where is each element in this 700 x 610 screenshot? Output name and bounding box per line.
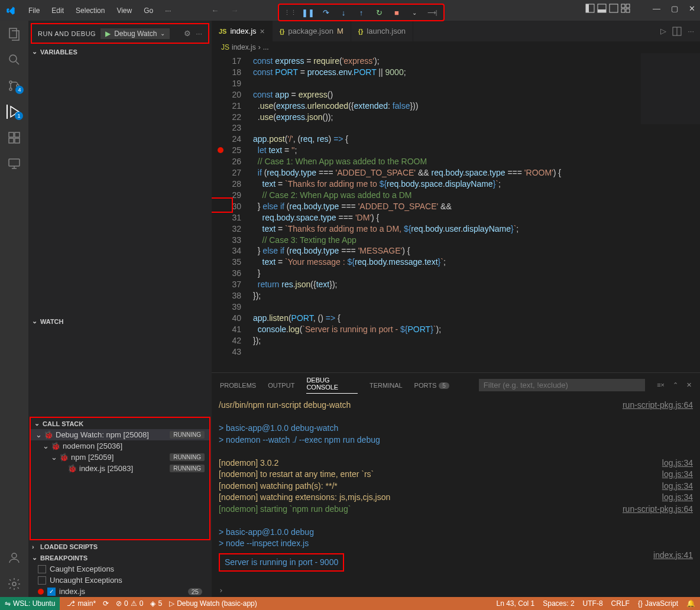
- play-icon: ▶: [105, 30, 111, 38]
- minimize-icon[interactable]: —: [653, 4, 660, 13]
- search-icon[interactable]: [7, 53, 21, 67]
- caught-exceptions-row[interactable]: Caught Exceptions: [28, 563, 212, 575]
- debug-console-output[interactable]: /usr/bin/npm run-script debug-watchrun-s…: [212, 397, 700, 583]
- menu-selection[interactable]: Selection: [71, 4, 109, 17]
- loaded-scripts-section[interactable]: ›LOADED SCRIPTS: [28, 541, 212, 552]
- menu-edit[interactable]: Edit: [47, 4, 69, 17]
- accounts-icon[interactable]: [7, 551, 21, 565]
- menu-view[interactable]: View: [112, 4, 137, 17]
- encoding-status[interactable]: UTF-8: [583, 599, 603, 608]
- language-status[interactable]: {} JavaScript: [638, 599, 678, 608]
- line-number: 30: [229, 201, 253, 212]
- eol-status[interactable]: CRLF: [611, 599, 630, 608]
- run-debug-icon[interactable]: 1: [7, 105, 21, 119]
- step-over-icon[interactable]: ↷: [320, 7, 331, 18]
- editor-tab[interactable]: JSindex.js×: [212, 21, 273, 41]
- stop-icon[interactable]: ■: [391, 7, 402, 18]
- callstack-row[interactable]: 🐞index.js [25083]RUNNING: [31, 463, 209, 474]
- nav-fwd-icon[interactable]: →: [231, 6, 238, 15]
- nav-back-icon[interactable]: ←: [211, 6, 219, 15]
- callstack-row[interactable]: ⌄🐞Debug Watch: npm [25008]RUNNING: [31, 429, 209, 440]
- code-line: .use(express.urlencoded({extended: false…: [253, 100, 700, 112]
- collapse-icon[interactable]: ⌃: [673, 381, 678, 389]
- console-source-link[interactable]: log.js:34: [662, 481, 693, 492]
- debug-config-dropdown[interactable]: ▶ Debug Watch ⌄: [101, 28, 170, 39]
- remote-indicator[interactable]: ⇋WSL: Ubuntu: [0, 597, 60, 610]
- console-source-link[interactable]: run-script-pkg.js:64: [623, 504, 693, 515]
- tab-problems[interactable]: PROBLEMS: [220, 382, 256, 389]
- pause-icon[interactable]: ❚❚: [303, 7, 313, 18]
- split-icon[interactable]: [672, 27, 682, 36]
- variables-section[interactable]: ⌄VARIABLES: [28, 46, 212, 57]
- gear-icon[interactable]: ⚙: [184, 29, 191, 38]
- watch-section[interactable]: ⌄WATCH: [28, 316, 212, 327]
- step-out-icon[interactable]: ↑: [356, 7, 367, 18]
- restart-icon[interactable]: ↻: [374, 7, 384, 18]
- indent-status[interactable]: Spaces: 2: [543, 599, 574, 608]
- checkbox-icon[interactable]: [38, 565, 46, 573]
- cursor-position[interactable]: Ln 43, Col 1: [497, 599, 535, 608]
- uncaught-exceptions-row[interactable]: Uncaught Exceptions: [28, 575, 212, 586]
- tab-terminal[interactable]: TERMINAL: [370, 382, 403, 389]
- menu-more-icon[interactable]: ···: [160, 4, 176, 17]
- checkbox-checked-icon[interactable]: ✓: [47, 588, 56, 596]
- close-tab-icon[interactable]: ×: [260, 27, 265, 36]
- debug-dropdown-icon[interactable]: ⌄: [409, 7, 420, 18]
- console-source-link[interactable]: log.js:34: [662, 469, 693, 481]
- debug-more-icon[interactable]: ⟶|: [427, 7, 438, 18]
- more-icon[interactable]: ···: [196, 29, 202, 38]
- clear-icon[interactable]: ≡×: [657, 381, 665, 389]
- code-editor[interactable]: 17const express = require('express');18c…: [212, 53, 700, 372]
- breakpoint-dot-icon[interactable]: [218, 147, 223, 153]
- callstack-row[interactable]: ⌄🐞nodemon [25036]: [31, 440, 209, 452]
- debug-status[interactable]: ▷Debug Watch (basic-app): [169, 599, 257, 608]
- console-source-link[interactable]: log.js:34: [662, 458, 693, 469]
- step-into-icon[interactable]: ↓: [338, 7, 349, 18]
- tab-ports[interactable]: PORTS5: [414, 382, 449, 389]
- layout-customize-icon[interactable]: [585, 4, 595, 13]
- explorer-icon[interactable]: [7, 27, 21, 41]
- menu-go[interactable]: Go: [139, 4, 158, 17]
- console-source-link[interactable]: index.js:41: [653, 550, 693, 572]
- run-icon[interactable]: ▷: [660, 27, 666, 35]
- checkbox-icon[interactable]: [38, 576, 46, 585]
- layout-grid-icon[interactable]: [621, 4, 630, 13]
- minimap[interactable]: [641, 53, 700, 124]
- callstack-header[interactable]: ⌄CALL STACK: [31, 418, 209, 429]
- console-source-link[interactable]: run-script-pkg.js:64: [623, 400, 693, 411]
- more-icon[interactable]: ···: [688, 27, 694, 35]
- status-badge: RUNNING: [170, 453, 205, 461]
- layout-sidebar-right-icon[interactable]: [609, 4, 618, 13]
- line-number: 29: [229, 190, 253, 201]
- svg-rect-18: [15, 132, 20, 137]
- line-number: 37: [229, 279, 253, 290]
- console-source-link[interactable]: log.js:34: [662, 492, 693, 504]
- callstack-row[interactable]: ⌄🐞npm [25059]RUNNING: [31, 452, 209, 463]
- settings-gear-icon[interactable]: [7, 577, 21, 591]
- tab-debug-console[interactable]: DEBUG CONSOLE: [306, 377, 358, 394]
- error-icon: ⊘: [116, 599, 122, 608]
- close-icon[interactable]: ✕: [689, 4, 695, 13]
- ports-status[interactable]: ◈5: [150, 599, 162, 608]
- console-text: [nodemon] watching path(s): **/*: [219, 481, 662, 492]
- breadcrumb[interactable]: JS index.js › ...: [212, 41, 700, 53]
- editor-tab[interactable]: {}package.jsonM: [273, 21, 351, 41]
- close-panel-icon[interactable]: ✕: [686, 381, 692, 389]
- menu-file[interactable]: File: [24, 4, 44, 17]
- remote-explorer-icon[interactable]: [7, 157, 21, 171]
- problems-status[interactable]: ⊘0 ⚠0: [116, 599, 143, 608]
- sync-button[interactable]: ⟳: [103, 599, 109, 608]
- git-branch[interactable]: ⎇main*: [67, 599, 96, 608]
- tab-output[interactable]: OUTPUT: [268, 382, 294, 389]
- layout-panel-icon[interactable]: [597, 4, 607, 13]
- editor-tab[interactable]: {}launch.json: [351, 21, 413, 41]
- maximize-icon[interactable]: ▢: [671, 4, 678, 13]
- drag-handle-icon[interactable]: ⋮⋮: [285, 7, 296, 18]
- extensions-icon[interactable]: [7, 131, 21, 145]
- notifications-icon[interactable]: 🔔: [686, 599, 695, 608]
- console-prompt[interactable]: ›: [212, 583, 700, 597]
- breakpoints-section[interactable]: ⌄BREAKPOINTS: [28, 552, 212, 563]
- filter-input[interactable]: [479, 379, 645, 391]
- breakpoint-file-row[interactable]: ✓index.js25: [28, 586, 212, 597]
- source-control-icon[interactable]: 4: [7, 79, 21, 93]
